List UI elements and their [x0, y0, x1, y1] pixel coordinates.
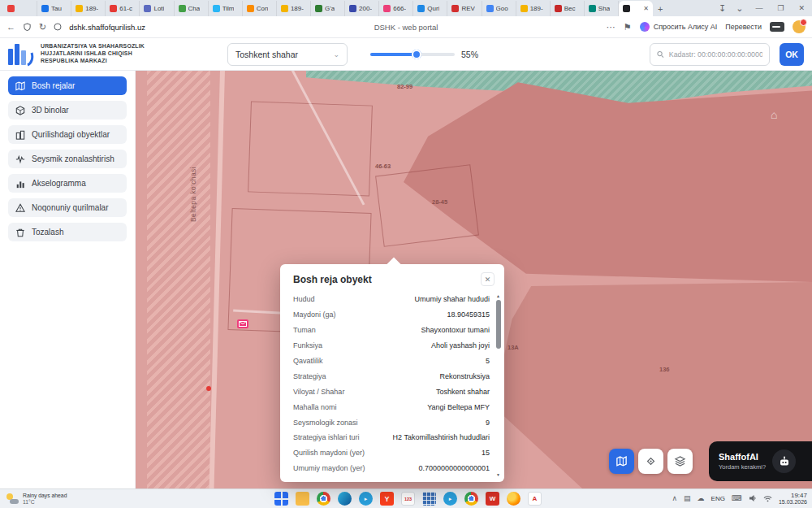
slider-handle[interactable] — [412, 50, 421, 59]
browser-tab[interactable]: Sha ✕ — [585, 1, 619, 16]
scroll-down-icon[interactable]: ▼ — [496, 472, 500, 477]
browser-tab[interactable]: Cha ✕ — [175, 1, 209, 16]
tab-list-chevron-icon[interactable]: ⌄ — [731, 1, 748, 16]
mail-marker-icon[interactable] — [237, 319, 248, 328]
sidebar-item-akselogramma[interactable]: Akselogramma — [8, 174, 127, 193]
new-tab-button[interactable]: + — [653, 1, 667, 16]
taskbar-app-icon[interactable]: ▸ — [359, 492, 373, 506]
tray-chevron-up-icon[interactable]: ∧ — [672, 494, 678, 502]
language-indicator[interactable]: ENG — [711, 495, 725, 502]
browser-tab[interactable]: Loti ✕ — [140, 1, 174, 16]
clock-date: 15.03.2026 — [779, 499, 807, 506]
opacity-slider[interactable] — [370, 53, 455, 56]
site-icon — [54, 23, 62, 31]
tab-label: 189- — [291, 5, 304, 12]
scroll-thumb[interactable] — [496, 300, 501, 349]
robot-icon[interactable] — [772, 449, 796, 473]
parcel-number-label: 46-63 — [375, 163, 391, 170]
sidebar-item-tozalash[interactable]: Tozalash — [8, 223, 127, 241]
side-panel-icon[interactable] — [770, 22, 784, 32]
sidebar-item-3d-binolar[interactable]: 3D binolar — [8, 101, 127, 119]
taskbar-app-icon[interactable] — [507, 492, 520, 506]
browser-tab[interactable]: G'a ✕ — [311, 1, 345, 16]
downloads-icon[interactable]: ↧ — [714, 1, 731, 16]
browser-tab[interactable]: 189- ✕ — [516, 1, 551, 16]
modal-close-button[interactable]: ✕ — [481, 272, 495, 286]
reload-icon[interactable]: ↻ — [39, 22, 46, 33]
sidebar-item-bosh-rejalar[interactable]: Bosh rejalar — [8, 76, 127, 95]
taskbar-app-icon[interactable] — [338, 492, 352, 506]
back-icon[interactable]: ← — [6, 22, 15, 32]
basemap-button[interactable] — [609, 449, 634, 474]
sidebar-item-qurilishdagi-obyektlar[interactable]: Qurilishdagi obyektlar — [8, 125, 127, 144]
taskbar-app-icon[interactable] — [464, 492, 478, 506]
tray-grid-icon[interactable]: ▤ — [684, 494, 691, 502]
modal-scrollbar[interactable]: ▲ ▼ — [495, 293, 502, 477]
map-parcel — [248, 101, 373, 196]
weather-icon — [6, 493, 19, 505]
sidebar-item-noqonuniy-qurilmalar[interactable]: Noqonuniy qurilmalar — [8, 198, 127, 217]
network-wifi-icon[interactable] — [763, 495, 772, 502]
screen: ✕ Tau ✕ 189- ✕ 61-c ✕ — [0, 0, 812, 508]
row-label: Qurilish maydoni (yer) — [293, 449, 365, 457]
window-minimize-button[interactable]: — — [748, 0, 770, 16]
weather-widget[interactable]: Rainy days ahead 11°C — [0, 493, 73, 506]
tab-label: 200- — [359, 5, 372, 12]
row-value: Umumiy shahar hududi — [414, 295, 490, 303]
profile-avatar[interactable] — [793, 20, 806, 33]
translate-button[interactable]: Перевести — [725, 23, 762, 31]
browser-tab[interactable]: Con ✕ — [243, 1, 277, 16]
taskbar-app-icon[interactable]: ▸ — [443, 492, 457, 506]
search-icon — [657, 50, 664, 59]
map-point-marker[interactable] — [206, 386, 211, 391]
tab-favicon-icon — [451, 5, 459, 12]
browser-tab[interactable]: Tau ✕ — [37, 1, 71, 16]
taskbar-app-icon[interactable] — [422, 492, 436, 506]
browser-tab[interactable]: 189- ✕ — [277, 1, 311, 16]
browser-tab[interactable]: 189- ✕ — [71, 1, 106, 16]
modal-row: Seysmologik zonasi 9 — [280, 415, 493, 430]
browser-tab[interactable]: Goo ✕ — [482, 1, 516, 16]
browser-tab[interactable]: REV ✕ — [447, 1, 482, 16]
window-close-button[interactable]: ✕ — [791, 0, 812, 16]
tab-close-icon[interactable]: ✕ — [643, 5, 649, 12]
onedrive-cloud-icon[interactable]: ☁ — [698, 494, 705, 502]
taskbar-clock[interactable]: 19:47 15.03.2026 — [779, 492, 807, 506]
layers-button[interactable] — [667, 449, 693, 474]
browser-tab[interactable]: Tilm ✕ — [209, 1, 243, 16]
ask-alice-button[interactable]: Спросить Алису AI — [640, 22, 718, 32]
tab-favicon-icon — [315, 5, 322, 12]
ok-button[interactable]: OK — [780, 43, 804, 66]
sidebar-item-seysmik-zonalashtirish[interactable]: Seysmik zonalashtirish — [8, 150, 127, 168]
modal-row: Umumiy maydon (yer) 0.7000000000000001 — [280, 461, 493, 476]
kadastr-input[interactable] — [669, 50, 762, 59]
browser-tab[interactable]: 200- ✕ — [345, 1, 379, 16]
satellite-view-button[interactable] — [638, 449, 663, 474]
modal-body: Hudud Umumiy shahar hududi Maydoni (ga) … — [280, 292, 493, 477]
browser-tab[interactable]: 61-c ✕ — [106, 1, 140, 16]
speaker-icon[interactable] — [749, 494, 757, 502]
taskbar-app-icon[interactable]: 123 — [401, 492, 415, 506]
taskbar-app-icon[interactable]: W — [486, 492, 499, 506]
bookmark-flag-icon[interactable]: ⚑ — [624, 22, 632, 33]
protect-shield-icon[interactable] — [23, 23, 32, 32]
browser-tab[interactable]: 666- ✕ — [379, 1, 413, 16]
browser-tab[interactable]: ✕ — [619, 1, 653, 16]
taskbar-app-icon[interactable] — [317, 492, 330, 506]
taskbar-app-icon[interactable] — [296, 492, 309, 506]
browser-tab[interactable]: Quri ✕ — [413, 1, 447, 16]
row-label: Tuman — [293, 326, 316, 334]
shaffofai-chat-widget[interactable]: ShaffofAI Yordam kerakmi? — [709, 441, 812, 481]
window-maximize-button[interactable]: ❐ — [770, 0, 791, 16]
city-select[interactable]: Toshkent shahar ⌄ — [227, 43, 348, 66]
browser-tab[interactable]: Bec ✕ — [551, 1, 585, 16]
url-text[interactable]: dshk.shaffofqurilish.uz — [69, 23, 145, 32]
browser-tab[interactable]: ✕ — [3, 1, 37, 16]
row-label: Strategiya ishlari turi — [293, 433, 360, 441]
scroll-track[interactable] — [495, 298, 501, 472]
more-icon[interactable]: ⋯ — [607, 22, 615, 33]
taskbar-app-icon[interactable]: A — [528, 492, 542, 506]
taskbar-app-icon[interactable] — [274, 492, 288, 506]
keyboard-icon[interactable]: ⌨ — [732, 494, 742, 502]
taskbar-app-icon[interactable]: Y — [380, 492, 394, 506]
